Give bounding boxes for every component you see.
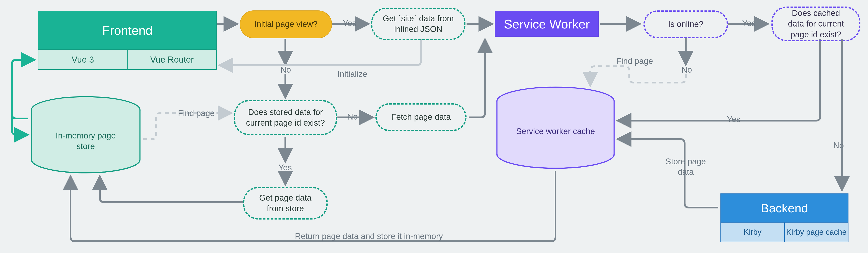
label-sw-cache: Service worker cache <box>516 126 596 137</box>
svg-point-0 <box>31 97 140 123</box>
backend-tech-kirby: Kirby <box>721 222 784 242</box>
label-store-page-data: Store page data <box>662 157 710 177</box>
label-return-store: Return page data and store it in-memory <box>282 232 456 241</box>
backend-box: Backend Kirby Kirby page cache <box>720 193 848 242</box>
node-fetch-page-data: Fetch page data <box>375 103 467 131</box>
diagram-canvas: Frontend Vue 3 Vue Router Service Worker… <box>0 0 868 253</box>
node-does-cached-exist: Does cached data for current page id exi… <box>771 6 860 41</box>
label-yes-2: Yes <box>278 163 292 172</box>
svg-point-1 <box>497 87 614 115</box>
node-is-online: Is online? <box>643 10 728 38</box>
label-yes-3: Yes <box>742 19 755 28</box>
label-yes-4: Yes <box>727 115 740 124</box>
backend-title: Backend <box>721 194 848 222</box>
frontend-tech-vue: Vue 3 <box>38 49 127 69</box>
label-initialize: Initialize <box>337 69 367 79</box>
frontend-title: Frontend <box>38 11 216 49</box>
label-no-4: No <box>833 141 844 150</box>
node-initial-page-view: Initial page view? <box>240 10 332 38</box>
label-find-page-2: Find page <box>616 57 653 66</box>
backend-tech-cache: Kirby page cache <box>784 222 848 242</box>
frontend-tech-router: Vue Router <box>127 49 216 69</box>
label-in-memory-store: In-memory page store <box>45 131 126 152</box>
node-get-site-data: Get `site` data from inlined JSON <box>371 8 465 40</box>
label-no-2: No <box>347 112 358 121</box>
service-worker-box: Service Worker <box>495 11 599 37</box>
label-no-3: No <box>681 65 692 75</box>
frontend-box: Frontend Vue 3 Vue Router <box>38 11 217 70</box>
label-no-1: No <box>280 65 291 75</box>
label-yes-1: Yes <box>343 19 356 28</box>
label-find-page-1: Find page <box>178 109 215 118</box>
node-get-page-data-store: Get page data from store <box>243 187 328 220</box>
node-does-stored-exist: Does stored data for current page id exi… <box>234 100 337 135</box>
